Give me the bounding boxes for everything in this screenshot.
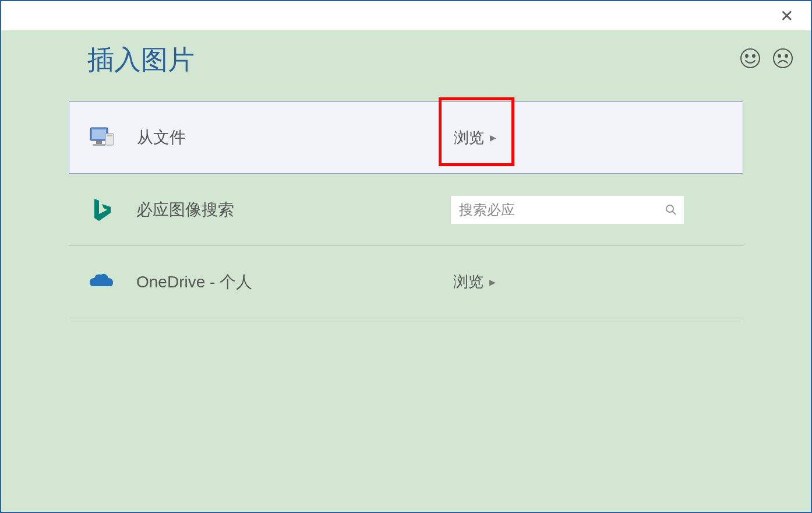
svg-point-5 <box>785 55 788 57</box>
svg-point-2 <box>753 55 755 57</box>
bing-search-input[interactable] <box>451 196 684 224</box>
svg-rect-8 <box>96 140 102 144</box>
close-icon[interactable]: ✕ <box>780 6 793 26</box>
sources-list: 从文件 浏览 ▶ 必应图像搜索 <box>1 101 811 318</box>
titlebar: ✕ <box>1 1 811 30</box>
bing-icon <box>86 195 115 224</box>
bing-action <box>451 196 684 224</box>
from-file-action: 浏览 ▶ <box>451 123 499 153</box>
source-from-file[interactable]: 从文件 浏览 ▶ <box>69 101 743 174</box>
bing-search-wrapper <box>451 196 684 224</box>
browse-onedrive-label: 浏览 <box>453 272 483 292</box>
svg-point-1 <box>746 55 748 57</box>
source-onedrive[interactable]: OneDrive - 个人 浏览 ▶ <box>69 246 743 318</box>
computer-icon <box>87 123 116 152</box>
svg-rect-11 <box>107 135 112 136</box>
feedback-icons <box>740 48 793 69</box>
browse-onedrive-button[interactable]: 浏览 ▶ <box>451 267 498 297</box>
source-bing[interactable]: 必应图像搜索 <box>69 174 743 246</box>
onedrive-label: OneDrive - 个人 <box>136 271 451 293</box>
content-area: 插入图片 从文件 浏览 ▶ <box>1 30 811 512</box>
dialog-title: 插入图片 <box>1 30 811 101</box>
svg-point-0 <box>741 49 760 68</box>
svg-point-4 <box>778 55 781 57</box>
svg-line-13 <box>673 212 676 215</box>
svg-point-3 <box>774 49 792 68</box>
bing-label: 必应图像搜索 <box>136 199 451 221</box>
chevron-right-icon: ▶ <box>490 133 496 142</box>
frown-icon[interactable] <box>772 48 793 69</box>
svg-point-12 <box>666 205 673 212</box>
onedrive-action: 浏览 ▶ <box>451 267 498 297</box>
smile-icon[interactable] <box>740 48 761 69</box>
from-file-label: 从文件 <box>137 127 451 149</box>
svg-rect-7 <box>92 129 106 139</box>
browse-file-label: 浏览 <box>454 128 484 148</box>
onedrive-icon <box>86 268 115 297</box>
chevron-right-icon: ▶ <box>489 277 496 287</box>
browse-file-button[interactable]: 浏览 ▶ <box>451 123 499 153</box>
search-icon[interactable] <box>665 204 677 216</box>
svg-rect-9 <box>93 144 105 146</box>
